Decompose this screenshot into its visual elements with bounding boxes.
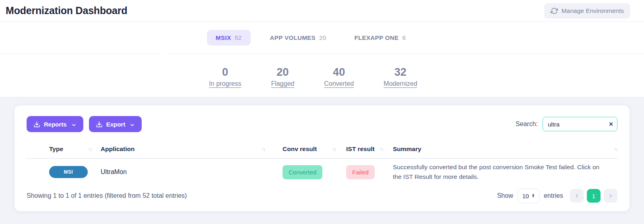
search-label: Search:: [516, 120, 538, 128]
table-header-row: Type ↑↓ Application ↑↓ Conv result ↑↓ IS…: [27, 139, 617, 159]
top-header: Modernization Dashboard Manage Environme…: [0, 0, 644, 22]
chevron-left-icon: ‹: [576, 191, 578, 200]
column-header-application: Application: [101, 145, 134, 153]
tab-flexapp-one[interactable]: FLEXAPP ONE 6: [345, 30, 415, 46]
download-icon: [96, 121, 103, 128]
stat-modernized: 32 Modernized: [384, 66, 417, 87]
tab-label: MSIX: [216, 34, 231, 41]
tab-bar: MSIX 52 APP VOLUMES 20 FLEXAPP ONE 6: [0, 22, 644, 54]
stat-link-converted[interactable]: Converted: [324, 80, 354, 87]
stat-in-progress: 0 In progress: [209, 66, 241, 87]
reports-label: Reports: [44, 121, 67, 128]
stats-row: 0 In progress 20 Flagged 40 Converted 32…: [0, 54, 644, 97]
stat-flagged: 20 Flagged: [271, 66, 294, 87]
card-toolbar: Reports Export: [27, 116, 617, 132]
tab-count: 6: [402, 34, 406, 41]
page-1-button[interactable]: 1: [587, 189, 601, 203]
stat-value: 20: [277, 66, 289, 79]
conv-result-badge[interactable]: Converted: [283, 165, 322, 179]
sort-icon[interactable]: ↑↓: [261, 146, 265, 152]
sync-icon: [551, 7, 558, 15]
table-footer: Showing 1 to 1 of 1 entries (filtered fr…: [27, 189, 617, 203]
manage-environments-label: Manage Environments: [561, 7, 624, 15]
ist-result-badge[interactable]: Failed: [346, 165, 375, 179]
stat-link-flagged[interactable]: Flagged: [271, 80, 294, 87]
page-title: Modernization Dashboard: [6, 5, 127, 17]
download-icon: [33, 121, 40, 128]
reports-button[interactable]: Reports: [27, 116, 83, 132]
manage-environments-button[interactable]: Manage Environments: [544, 3, 630, 19]
tab-count: 20: [319, 34, 326, 41]
chevron-right-icon: ›: [609, 191, 612, 200]
chevron-down-icon: [130, 122, 135, 127]
sort-icon[interactable]: ↑↓: [614, 146, 617, 152]
column-header-ist-result: IST result: [346, 145, 375, 153]
column-header-type: Type: [49, 145, 63, 153]
search-area: Search: ✕: [516, 117, 617, 131]
pagination: ‹ 1 ›: [570, 189, 617, 203]
stat-link-modernized[interactable]: Modernized: [384, 80, 417, 87]
page-size-value: 10: [522, 193, 529, 199]
stat-converted: 40 Converted: [324, 66, 354, 87]
summary-text: Successfully converted but the post conv…: [393, 162, 610, 182]
stat-value: 0: [222, 66, 228, 79]
type-badge[interactable]: MSI: [49, 166, 88, 178]
close-icon[interactable]: ✕: [609, 121, 613, 127]
up-down-arrows-icon: ▲ ▼: [532, 194, 535, 197]
entries-label: entries: [544, 192, 563, 199]
applications-table: Type ↑↓ Application ↑↓ Conv result ↑↓ IS…: [27, 139, 617, 185]
showing-entries-text: Showing 1 to 1 of 1 entries (filtered fr…: [27, 192, 187, 199]
tab-label: APP VOLUMES: [270, 34, 316, 41]
next-page-button[interactable]: ›: [604, 189, 617, 203]
sort-icon[interactable]: ↑↓: [332, 146, 336, 152]
page-size-select[interactable]: 10 ▲ ▼: [518, 189, 539, 203]
tab-count: 52: [235, 34, 242, 41]
stat-value: 40: [333, 66, 345, 79]
applications-card: Reports Export: [14, 106, 630, 211]
search-input[interactable]: [543, 117, 617, 131]
tab-label: FLEXAPP ONE: [354, 34, 398, 41]
column-header-conv-result: Conv result: [283, 145, 317, 153]
export-label: Export: [106, 121, 126, 128]
previous-page-button[interactable]: ‹: [570, 189, 584, 203]
tab-msix[interactable]: MSIX 52: [207, 30, 251, 46]
stat-value: 32: [394, 66, 407, 79]
tab-app-volumes[interactable]: APP VOLUMES 20: [261, 30, 335, 46]
application-name: UltraMon: [101, 168, 283, 176]
sort-icon[interactable]: ↑↓: [380, 146, 383, 152]
chevron-down-icon: [71, 122, 76, 127]
stat-link-in-progress[interactable]: In progress: [209, 80, 241, 87]
export-button[interactable]: Export: [89, 116, 142, 132]
show-label: Show: [497, 192, 513, 199]
table-row: MSI UltraMon Converted Failed Successful…: [27, 159, 617, 185]
content-area: Reports Export: [0, 97, 644, 224]
column-header-summary: Summary: [393, 145, 421, 153]
sort-icon[interactable]: ↑↓: [88, 146, 92, 152]
